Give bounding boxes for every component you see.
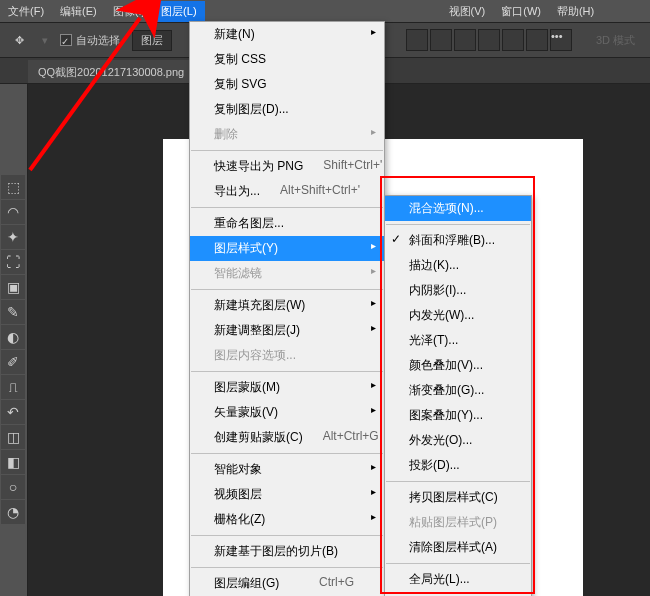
- menu-layer-style[interactable]: 图层样式(Y): [190, 236, 384, 261]
- menu-smart-filter: 智能滤镜: [190, 261, 384, 286]
- tool-blur[interactable]: ○: [1, 475, 25, 499]
- menu-help[interactable]: 帮助(H): [549, 1, 602, 22]
- tool-brush[interactable]: ✐: [1, 350, 25, 374]
- menu-copy-svg[interactable]: 复制 SVG: [190, 72, 384, 97]
- menu-delete: 删除: [190, 122, 384, 147]
- menu-view[interactable]: 视图(V): [441, 1, 494, 22]
- 3d-mode-label: 3D 模式: [596, 33, 635, 48]
- sub-outer-glow[interactable]: 外发光(O)...: [385, 428, 531, 453]
- menubar: 文件(F) 编辑(E) 图像(I) 图层(L) 视图(V) 窗口(W) 帮助(H…: [0, 0, 650, 22]
- menu-layer-mask[interactable]: 图层蒙版(M): [190, 375, 384, 400]
- tool-history[interactable]: ↶: [1, 400, 25, 424]
- move-tool-icon[interactable]: ✥: [8, 29, 30, 51]
- align-icon[interactable]: [526, 29, 548, 51]
- menu-quick-export[interactable]: 快速导出为 PNGShift+Ctrl+': [190, 154, 384, 179]
- menu-dup-layer[interactable]: 复制图层(D)...: [190, 97, 384, 122]
- layer-style-submenu: 混合选项(N)... ✓斜面和浮雕(B)... 描边(K)... 内阴影(I).…: [384, 195, 532, 596]
- tool-frame[interactable]: ▣: [1, 275, 25, 299]
- sub-pattern-overlay[interactable]: 图案叠加(Y)...: [385, 403, 531, 428]
- menu-copy-css[interactable]: 复制 CSS: [190, 47, 384, 72]
- sub-gradient-overlay[interactable]: 渐变叠加(G)...: [385, 378, 531, 403]
- document-tab[interactable]: QQ截图20201217130008.png: [28, 60, 194, 83]
- align-icon[interactable]: [430, 29, 452, 51]
- menu-file[interactable]: 文件(F): [0, 1, 52, 22]
- sub-blend-options[interactable]: 混合选项(N)...: [385, 196, 531, 221]
- menu-smart-obj[interactable]: 智能对象: [190, 457, 384, 482]
- tool-heal[interactable]: ◐: [1, 325, 25, 349]
- menu-clip-mask[interactable]: 创建剪贴蒙版(C)Alt+Ctrl+G: [190, 425, 384, 450]
- tools-panel: ⬚ ◠ ✦ ⛶ ▣ ✎ ◐ ✐ ⎍ ↶ ◫ ◧ ○ ◔: [0, 84, 28, 596]
- sub-create-layer[interactable]: 创建图层(R): [385, 592, 531, 596]
- sub-copy-style[interactable]: 拷贝图层样式(C): [385, 485, 531, 510]
- menu-new-slice[interactable]: 新建基于图层的切片(B): [190, 539, 384, 564]
- sub-stroke[interactable]: 描边(K)...: [385, 253, 531, 278]
- tool-dodge[interactable]: ◔: [1, 500, 25, 524]
- menu-window[interactable]: 窗口(W): [493, 1, 549, 22]
- menu-group[interactable]: 图层编组(G)Ctrl+G: [190, 571, 384, 596]
- sub-clear-style[interactable]: 清除图层样式(A): [385, 535, 531, 560]
- layer-type-dropdown[interactable]: 图层: [132, 30, 172, 51]
- layer-menu-dropdown: 新建(N) 复制 CSS 复制 SVG 复制图层(D)... 删除 快速导出为 …: [189, 21, 385, 596]
- menu-vector-mask[interactable]: 矢量蒙版(V): [190, 400, 384, 425]
- sub-bevel[interactable]: ✓斜面和浮雕(B)...: [385, 228, 531, 253]
- tool-marquee[interactable]: ⬚: [1, 175, 25, 199]
- sub-color-overlay[interactable]: 颜色叠加(V)...: [385, 353, 531, 378]
- sub-inner-shadow[interactable]: 内阴影(I)...: [385, 278, 531, 303]
- align-icon[interactable]: [406, 29, 428, 51]
- tool-crop[interactable]: ⛶: [1, 250, 25, 274]
- tool-gradient[interactable]: ◧: [1, 450, 25, 474]
- tool-wand[interactable]: ✦: [1, 225, 25, 249]
- menu-edit[interactable]: 编辑(E): [52, 1, 105, 22]
- tool-eyedropper[interactable]: ✎: [1, 300, 25, 324]
- sub-global-light[interactable]: 全局光(L)...: [385, 567, 531, 592]
- sub-satin[interactable]: 光泽(T)...: [385, 328, 531, 353]
- tool-lasso[interactable]: ◠: [1, 200, 25, 224]
- sub-paste-style: 粘贴图层样式(P): [385, 510, 531, 535]
- menu-export-as[interactable]: 导出为...Alt+Shift+Ctrl+': [190, 179, 384, 204]
- distribute-icon[interactable]: •••: [550, 29, 572, 51]
- sub-inner-glow[interactable]: 内发光(W)...: [385, 303, 531, 328]
- menu-new-adj[interactable]: 新建调整图层(J): [190, 318, 384, 343]
- align-icon[interactable]: [478, 29, 500, 51]
- sub-drop-shadow[interactable]: 投影(D)...: [385, 453, 531, 478]
- menu-image[interactable]: 图像(I): [105, 1, 153, 22]
- menu-rasterize[interactable]: 栅格化(Z): [190, 507, 384, 532]
- checkmark-icon: ✓: [391, 232, 401, 246]
- menu-new[interactable]: 新建(N): [190, 22, 384, 47]
- menu-rename[interactable]: 重命名图层...: [190, 211, 384, 236]
- tool-eraser[interactable]: ◫: [1, 425, 25, 449]
- menu-new-fill[interactable]: 新建填充图层(W): [190, 293, 384, 318]
- auto-select-checkbox[interactable]: 自动选择: [60, 33, 120, 48]
- menu-layer[interactable]: 图层(L): [153, 1, 204, 22]
- menu-video-layer[interactable]: 视频图层: [190, 482, 384, 507]
- menu-layer-content: 图层内容选项...: [190, 343, 384, 368]
- align-icon[interactable]: [454, 29, 476, 51]
- tool-stamp[interactable]: ⎍: [1, 375, 25, 399]
- align-icon[interactable]: [502, 29, 524, 51]
